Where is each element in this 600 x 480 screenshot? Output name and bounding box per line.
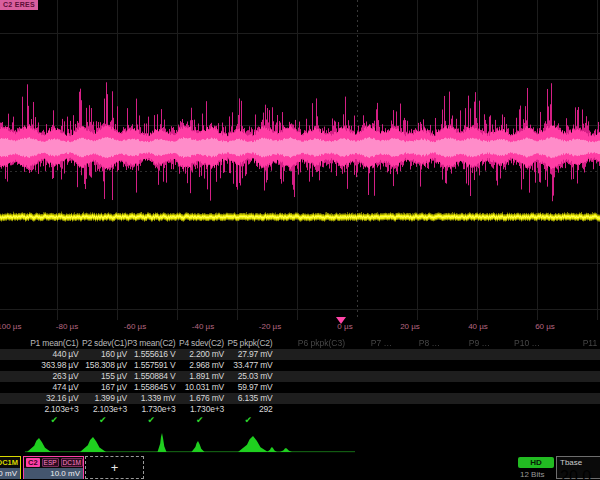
c2-channel-badge: C2 [26,458,40,467]
measure-value: 1.550884 V [127,371,176,382]
axis-tick-label: -60 µs [124,322,146,331]
histicon-peak [158,433,167,452]
measure-value: 6.135 mV [224,393,273,404]
c2-descriptor-box[interactable]: C2 ESP DC1M 10.0 mV [23,456,84,479]
parameter-header[interactable]: P4 sdev(C2) [176,338,225,349]
table-row: P1 mean(C1)P2 sdev(C1)P3 mean(C2)P4 sdev… [0,338,600,349]
histicon-peak [238,436,268,452]
measure-value: 1.555616 V [127,349,176,360]
c2-coupling-tag: DC1M [61,458,83,467]
histicon-peak [27,438,51,452]
measure-value: 1.676 mV [176,393,225,404]
measure-value: 1.557591 V [127,360,176,371]
measure-table: P1 mean(C1)P2 sdev(C1)P3 mean(C2)P4 sdev… [0,338,600,426]
oscilloscope-screen: C2 ERES -100 µs-80 µs-60 µs-40 µs-20 µs0… [0,0,600,480]
table-row: ✔✔✔✔✔ [0,415,600,426]
measure-value: 1.730e+3 [127,404,176,415]
status-check-icon: ✔ [224,415,273,426]
measure-value: 263 µV [30,371,79,382]
measure-value: 2.103e+3 [79,404,128,415]
table-row: 474 µV167 µV1.558645 V10.031 mV59.97 mV [0,382,600,393]
measure-value: 33.477 mV [224,360,273,371]
parameter-header[interactable]: P5 pkpk(C2) [224,338,273,349]
measure-value: 2.200 mV [176,349,225,360]
measure-value: 1.399 µV [79,393,128,404]
waveform-area[interactable] [0,0,600,320]
histicon-peak [192,441,205,452]
parameter-header[interactable]: P1 mean(C1) [30,338,79,349]
parameter-header-unused[interactable]: P6 pkpk(C3) [298,338,345,349]
axis-tick-label: -40 µs [192,322,214,331]
add-trace-button[interactable]: + [85,456,144,479]
table-row: 440 µV160 µV1.555616 V2.200 mV27.97 mV [0,349,600,360]
table-row: 32.16 µV1.399 µV1.339 mV1.676 mV6.135 mV [0,393,600,404]
status-check-icon: ✔ [176,415,225,426]
status-check-icon: ✔ [79,415,128,426]
descriptor-strip: C2 DC1M 50.0 mV C2 ESP DC1M 10.0 mV + HD… [0,456,600,480]
timebase-label: Tbase [557,457,600,468]
c1-descriptor-box[interactable]: C2 DC1M 50.0 mV [0,456,21,479]
table-row: 2.103e+32.103e+31.730e+31.730e+3292 [0,404,600,415]
axis-tick-label: 20 µs [400,322,420,331]
measure-value: 167 µV [79,382,128,393]
measure-value: 1.891 mV [176,371,225,382]
histicon-peak [80,437,106,452]
parameter-header-unused[interactable]: P7 … [371,338,392,349]
measure-value: 160 µV [79,349,128,360]
measure-value: 32.16 µV [30,393,79,404]
measure-value: 440 µV [30,349,79,360]
measure-value: 363.98 µV [30,360,79,371]
histicon-row [0,430,600,455]
trace-annotation-tag: C2 ERES [0,0,38,10]
c2-vertical-scale: 10.0 mV [24,468,83,479]
hd-mode-badge[interactable]: HD [518,457,554,468]
bit-depth-label: 12 Bits [520,470,544,479]
histicon-peak [280,448,292,452]
histicon-peak [267,447,277,452]
parameter-header[interactable]: P3 mean(C2) [127,338,176,349]
axis-tick-label: 40 µs [468,322,488,331]
status-check-icon: ✔ [30,415,79,426]
parameter-header[interactable]: P2 sdev(C1) [79,338,128,349]
c2-esp-tag: ESP [42,458,59,467]
measure-value: 27.97 mV [224,349,273,360]
parameter-header-unused[interactable]: P10 … [514,338,540,349]
parameter-header-unused[interactable]: P11 … [583,338,600,349]
table-row: 263 µV155 µV1.550884 V1.891 mV25.03 mV [0,371,600,382]
c1-coupling-label: C2 DC1M [0,457,20,468]
measure-value: 1.339 mV [127,393,176,404]
timebase-value: 20.0 µs/div [557,468,600,480]
axis-tick-label: -80 µs [56,322,78,331]
measure-value: 158.308 µV [79,360,128,371]
axis-tick-label: -100 µs [0,322,21,331]
axis-tick-label: -20 µs [259,322,281,331]
measure-value: 155 µV [79,371,128,382]
table-row: 363.98 µV158.308 µV1.557591 V2.968 mV33.… [0,360,600,371]
measure-value: 292 [224,404,273,415]
measure-value: 474 µV [30,382,79,393]
measure-value: 2.968 mV [176,360,225,371]
parameter-header-unused[interactable]: P9 … [469,338,490,349]
parameter-header-unused[interactable]: P8 … [419,338,440,349]
measure-value: 25.03 mV [224,371,273,382]
axis-tick-label: 60 µs [535,322,555,331]
time-axis: -100 µs-80 µs-60 µs-40 µs-20 µs0 µs20 µs… [0,320,600,335]
measure-value: 1.730e+3 [176,404,225,415]
trigger-position-marker[interactable] [336,317,346,324]
measure-value: 10.031 mV [176,382,225,393]
measure-value: 1.558645 V [127,382,176,393]
measure-value: 59.97 mV [224,382,273,393]
measure-value: 2.103e+3 [30,404,79,415]
timebase-descriptor-box[interactable]: Tbase 20.0 µs/div [556,456,600,479]
c1-vertical-scale: 50.0 mV [0,468,20,479]
status-check-icon: ✔ [127,415,176,426]
